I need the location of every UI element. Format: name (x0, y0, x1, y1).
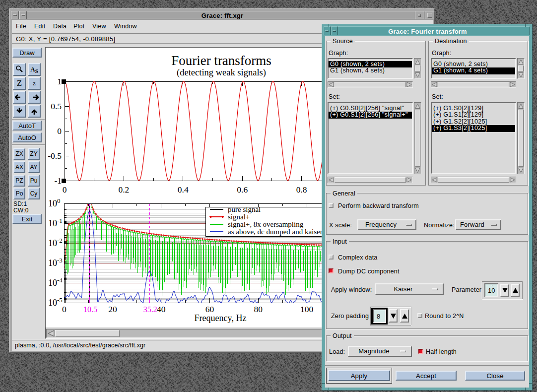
svg-text:pure signal: pure signal (228, 205, 261, 213)
svg-text:0.6: 0.6 (237, 185, 248, 195)
svg-text:(detecting weak signals): (detecting weak signals) (177, 67, 266, 78)
svg-text:80: 80 (254, 304, 263, 314)
svg-text:0.2: 0.2 (118, 185, 129, 195)
svg-text:20: 20 (108, 304, 117, 314)
svg-text:0.5: 0.5 (51, 101, 62, 111)
svg-text:60: 60 (205, 304, 214, 314)
svg-text:1: 1 (57, 76, 62, 86)
svg-text:0: 0 (57, 126, 62, 136)
svg-text:Fourier transforms: Fourier transforms (171, 53, 271, 68)
svg-text:signal+: signal+ (228, 213, 250, 221)
svg-text:Frequency, Hz: Frequency, Hz (195, 313, 247, 323)
svg-text:100: 100 (300, 304, 314, 314)
svg-text:signal+, 8x oversampling: signal+, 8x oversampling (228, 220, 304, 228)
svg-text:0: 0 (63, 185, 67, 195)
svg-text:10.5: 10.5 (83, 305, 97, 314)
svg-text:-0.5: -0.5 (48, 151, 62, 161)
svg-text:-1: -1 (54, 176, 62, 186)
svg-text:40: 40 (157, 304, 166, 314)
svg-text:35.2: 35.2 (143, 305, 157, 314)
svg-text:0: 0 (62, 304, 67, 314)
svg-text:0.8: 0.8 (296, 185, 307, 195)
svg-text:0.4: 0.4 (178, 185, 189, 195)
